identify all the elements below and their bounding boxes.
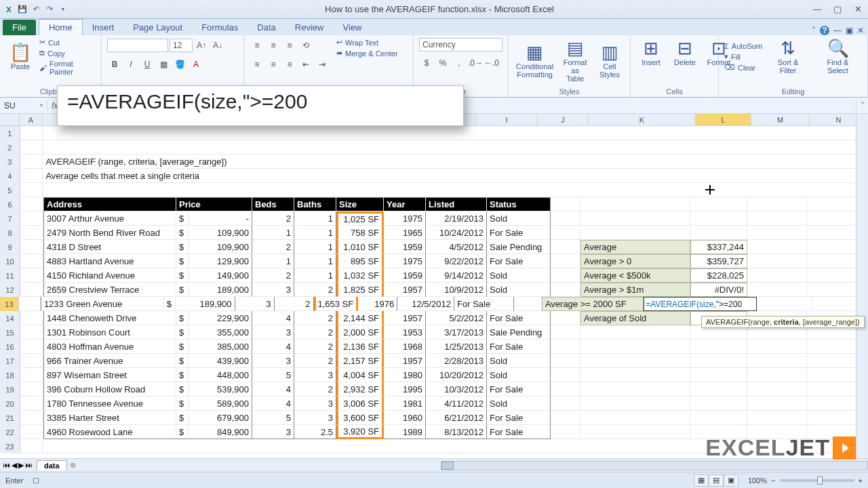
row-header[interactable]: 8 <box>0 226 20 240</box>
cell[interactable] <box>580 354 690 368</box>
listed-cell[interactable]: 5/2/2012 <box>426 311 487 325</box>
row-header[interactable]: 9 <box>0 240 20 254</box>
delete-cells-button[interactable]: ⊟Delete <box>670 38 700 68</box>
summary-key[interactable]: Average <box>580 240 690 254</box>
cell[interactable] <box>747 368 807 382</box>
cell[interactable]: $ <box>176 368 189 382</box>
cell[interactable] <box>551 411 580 425</box>
summary-value[interactable]: $359,727 <box>690 254 747 268</box>
status-cell[interactable]: Sold <box>487 211 551 226</box>
row-header[interactable]: 6 <box>0 197 20 211</box>
price-cell[interactable]: 109,900 <box>189 240 252 254</box>
cell[interactable] <box>20 425 43 439</box>
cell[interactable] <box>551 268 580 283</box>
cell[interactable] <box>20 183 43 197</box>
cell[interactable] <box>757 297 812 311</box>
expand-formula-bar-icon[interactable]: ˅ <box>856 101 868 110</box>
price-cell[interactable]: 385,000 <box>189 340 252 354</box>
price-cell[interactable]: 439,900 <box>189 354 252 368</box>
cell[interactable] <box>551 311 580 325</box>
cell[interactable] <box>43 140 868 155</box>
percent-icon[interactable]: % <box>435 56 450 70</box>
zoom-out-icon[interactable]: − <box>771 476 775 485</box>
beds-cell[interactable]: 5 <box>252 368 294 382</box>
conditional-formatting-button[interactable]: ▦Conditional Formatting <box>514 42 555 80</box>
cell[interactable] <box>747 211 807 226</box>
clear-button[interactable]: ⌫Clear <box>724 63 762 72</box>
underline-button[interactable]: U <box>140 57 155 72</box>
baths-cell[interactable]: 3 <box>294 368 336 382</box>
cell[interactable] <box>551 396 580 411</box>
summary-key[interactable]: Average >= 2000 SF <box>542 297 644 311</box>
page-break-view-icon[interactable]: ▣ <box>724 474 738 487</box>
baths-cell[interactable]: 1 <box>294 211 336 226</box>
beds-cell[interactable]: 4 <box>252 340 294 354</box>
wrap-text-button[interactable]: ↩Wrap Text <box>336 38 398 47</box>
tab-page-layout[interactable]: Page Layout <box>123 20 192 35</box>
beds-cell[interactable]: 2 <box>252 268 294 283</box>
paste-button[interactable]: 📋Paste <box>5 42 35 72</box>
baths-cell[interactable]: 1 <box>294 240 336 254</box>
increase-decimal-icon[interactable]: .0→ <box>468 56 483 70</box>
summary-value[interactable]: #DIV/0! <box>690 283 747 297</box>
status-cell[interactable]: For Sale <box>487 411 551 425</box>
year-cell[interactable]: 1959 <box>384 240 426 254</box>
cell-styles-button[interactable]: ▥Cell Styles <box>595 42 625 80</box>
beds-cell[interactable]: 4 <box>252 382 294 396</box>
cell[interactable] <box>747 268 807 283</box>
cell[interactable] <box>580 197 690 211</box>
cell[interactable] <box>580 226 690 240</box>
workbook-minimize-icon[interactable]: — <box>833 26 842 35</box>
size-cell[interactable]: 1,653 SF <box>314 297 359 311</box>
insert-cells-button[interactable]: ⊞Insert <box>636 38 666 68</box>
address-cell[interactable]: 1448 Chenoweth Drive <box>43 311 176 325</box>
zoom-in-icon[interactable]: + <box>859 476 863 485</box>
row-header[interactable]: 15 <box>0 325 20 340</box>
year-cell[interactable]: 1976 <box>358 297 397 311</box>
row-header[interactable]: 7 <box>0 211 20 226</box>
editing-cell[interactable]: =AVERAGEIF(size,">=200 <box>644 297 757 311</box>
year-cell[interactable]: 1975 <box>384 211 426 226</box>
cell[interactable] <box>20 311 43 325</box>
listed-cell[interactable]: 4/11/2012 <box>426 396 487 411</box>
cell[interactable] <box>20 126 43 140</box>
row-header[interactable]: 20 <box>0 396 20 411</box>
spreadsheet-grid[interactable]: A B C D E F G H I J K L M N 123AVERAGEIF… <box>0 114 868 472</box>
font-size-dropdown[interactable]: 12 <box>170 39 193 52</box>
cell[interactable]: $ <box>176 240 189 254</box>
listed-cell[interactable]: 9/14/2012 <box>426 268 487 283</box>
cell[interactable] <box>747 197 807 211</box>
year-cell[interactable]: 1957 <box>384 311 426 325</box>
year-cell[interactable]: 1981 <box>384 396 426 411</box>
vertical-scrollbar[interactable] <box>856 114 868 472</box>
cell[interactable] <box>747 283 807 297</box>
orientation-icon[interactable]: ⟲ <box>298 38 313 53</box>
zoom-slider[interactable] <box>780 479 854 482</box>
cell[interactable] <box>20 240 43 254</box>
row-header[interactable]: 4 <box>0 169 20 183</box>
size-cell[interactable]: 2,144 SF <box>336 311 384 325</box>
cell[interactable] <box>690 354 747 368</box>
cell[interactable]: Baths <box>294 197 336 211</box>
cell[interactable]: $ <box>176 254 189 268</box>
address-cell[interactable]: 897 Wiseman Street <box>43 368 176 382</box>
status-cell[interactable]: For Sale <box>487 311 551 325</box>
copy-button[interactable]: ⧉Copy <box>39 49 96 58</box>
cell[interactable] <box>20 411 43 425</box>
status-cell[interactable]: Sale Pending <box>487 240 551 254</box>
cell[interactable] <box>747 240 807 254</box>
status-cell[interactable]: For Sale <box>454 297 514 311</box>
cell[interactable] <box>20 226 43 240</box>
baths-cell[interactable]: 2 <box>294 283 336 297</box>
align-left-icon[interactable]: ≡ <box>250 57 264 72</box>
cell[interactable]: Year <box>384 197 426 211</box>
cell[interactable]: $ <box>176 226 189 240</box>
new-sheet-icon[interactable]: ⊕ <box>70 461 76 470</box>
summary-key[interactable]: Average < $500k <box>580 268 690 283</box>
cell[interactable]: $ <box>176 325 189 340</box>
row-header[interactable]: 5 <box>0 183 20 197</box>
summary-value[interactable]: $337,244 <box>690 240 747 254</box>
cell[interactable]: $ <box>176 283 189 297</box>
price-cell[interactable]: - <box>189 211 252 226</box>
row-header[interactable]: 1 <box>0 126 20 140</box>
